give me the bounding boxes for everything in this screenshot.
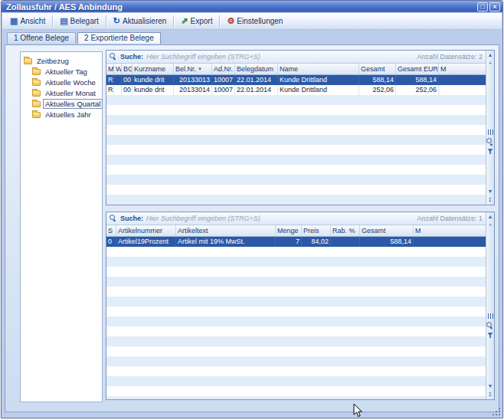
toolbar-button-belegart[interactable]: ▤Belegart [55, 15, 103, 28]
cell: Kunde Drittland [278, 85, 359, 95]
scroll-down-button[interactable]: ▼ [487, 189, 494, 195]
toolbar-button-ansicht[interactable]: ▦Ansicht [5, 15, 50, 28]
scroll-up-button[interactable]: ▲ [487, 214, 494, 220]
column-header-gesamt_eur[interactable]: Gesamt EUR [396, 64, 439, 74]
tree-item[interactable]: Aktueller Monat [31, 87, 100, 98]
column-header-s[interactable]: S [106, 225, 116, 236]
cell: 00 [122, 75, 133, 85]
toolbar-button-einstellungen[interactable]: ⚙Einstellungen [222, 15, 287, 28]
scroll-up-button[interactable]: ▲ [487, 52, 494, 58]
table-row[interactable]: R00kunde drit201330131000722.01.2014Kund… [106, 75, 486, 85]
column-header-belnr[interactable]: Bel.Nr.▼ [174, 64, 212, 74]
toolbar-button-label: Ansicht [20, 17, 45, 25]
search-label: Suche: [120, 215, 143, 222]
column-header-gesamt[interactable]: Gesamt [359, 64, 396, 74]
cell: 0 [106, 237, 116, 247]
scrollbar-track[interactable] [486, 157, 494, 186]
close-button[interactable]: × [489, 2, 500, 11]
tree-item-label: Zeitbezug [34, 56, 71, 66]
cell: 20133014 [174, 85, 212, 95]
cell [439, 85, 486, 95]
sort-indicator: ▼ [198, 67, 202, 71]
tree-item[interactable]: Aktueller Tag [31, 66, 100, 77]
tree-item[interactable]: Aktuelle Woche [31, 77, 100, 87]
tree-item-label: Aktuelles Jahr [43, 110, 93, 120]
column-header-gesamt[interactable]: Gesamt [360, 225, 414, 236]
filter-icon[interactable] [488, 149, 493, 154]
toolbar-button-label: Export [191, 17, 213, 25]
documents-grid-header: MWBGKurznameBel.Nr.▼Ad.Nr.BelegdatumName… [106, 64, 486, 75]
toolbar-button-export[interactable]: ⇗Export [176, 15, 217, 28]
columns-icon[interactable] [488, 313, 493, 319]
toolbar-button-aktualisieren[interactable]: ↻Aktualisieren [109, 15, 171, 28]
column-header-artikeltext[interactable]: Artikeltext [176, 225, 276, 236]
items-search-bar[interactable]: Suche: Hier Suchbegriff eingeben (STRG+S… [106, 212, 486, 225]
filter-icon[interactable] [488, 333, 493, 338]
cell [439, 75, 486, 85]
columns-icon[interactable] [488, 130, 493, 135]
column-header-menge[interactable]: Menge [276, 225, 302, 236]
items-grid-header: SArtikelnummerArtikeltextMengePreisRab. … [106, 225, 486, 237]
add-row-button[interactable]: + [487, 222, 494, 228]
column-header-artikelnummer[interactable]: Artikelnummer [116, 225, 176, 236]
refresh-icon: ↻ [113, 17, 120, 25]
scrollbar-track[interactable] [486, 341, 494, 381]
settings-icon: ⚙ [227, 17, 234, 25]
folder-icon [32, 90, 41, 97]
tab-offene-belege[interactable]: 1 Offene Belege [7, 32, 76, 44]
cell: Artikel19Prozent [116, 237, 176, 247]
documents-grid: Suche: Hier Suchbegriff eingeben (STRG+S… [106, 50, 495, 205]
scrollbar-track[interactable] [486, 231, 494, 310]
resize-grip[interactable] [491, 406, 501, 416]
cell: 84,02 [302, 237, 331, 247]
tab-exportierte-belege[interactable]: 2 Exportierte Belege [77, 32, 161, 44]
page: { "window": { "title": "Zollausfuhr / AE… [0, 0, 504, 420]
toolbar-separator [52, 15, 53, 27]
toolbar-separator [106, 15, 106, 27]
toolbar: ▦Ansicht▤Belegart↻Aktualisieren⇗Export⚙E… [2, 13, 502, 30]
documents-grid-rows: R00kunde drit201330131000722.01.2014Kund… [106, 75, 486, 205]
toolbar-button-label: Aktualisieren [123, 17, 166, 25]
folder-icon [32, 69, 41, 75]
column-header-w[interactable]: W [114, 64, 122, 74]
tree-item[interactable]: Aktuelles Jahr [31, 109, 100, 120]
search-input[interactable]: Hier Suchbegriff eingeben (STRG+S) [146, 215, 260, 222]
add-row-button[interactable]: + [487, 61, 494, 67]
scroll-end-button[interactable]: ↧ [487, 197, 494, 203]
search-icon[interactable] [486, 138, 494, 146]
table-row[interactable]: R00kunde drit201330141000722.01.2014Kund… [106, 85, 486, 95]
cell: 10007 [212, 85, 235, 95]
search-icon[interactable] [486, 322, 494, 330]
table-row[interactable]: 0Artikel19ProzentArtikel mit 19% MwSt.78… [106, 237, 486, 247]
cell: 252,06 [396, 85, 439, 95]
column-header-m[interactable]: M [414, 225, 486, 236]
column-header-bg[interactable]: BG [122, 64, 133, 74]
column-header-rab[interactable]: Rab. % [331, 225, 360, 236]
column-header-name[interactable]: Name [278, 64, 359, 74]
tree-item-root[interactable]: Zeitbezug [22, 55, 100, 66]
search-input[interactable]: Hier Suchbegriff eingeben (STRG+S) [146, 53, 260, 61]
items-grid-rows: 0Artikel19ProzentArtikel mit 19% MwSt.78… [106, 237, 486, 399]
tree-item[interactable]: Aktuelles Quartal [31, 98, 100, 109]
documents-grid-sidebar: ▲ + ▼ ↧ [486, 51, 494, 205]
scroll-down-button[interactable]: ▼ [487, 383, 494, 389]
column-header-belegdatum[interactable]: Belegdatum [235, 64, 278, 74]
search-icon [110, 215, 117, 222]
column-header-adnr[interactable]: Ad.Nr. [212, 64, 235, 74]
tree-item-label: Aktueller Monat [43, 88, 98, 98]
scroll-end-button[interactable]: ↧ [487, 392, 494, 398]
cell: R [106, 85, 114, 95]
cell: 20133013 [174, 75, 212, 85]
scrollbar-track[interactable] [486, 69, 494, 126]
column-header-preis[interactable]: Preis [302, 225, 331, 236]
cell: 7 [276, 237, 302, 247]
record-count: Anzahl Datensätze: 1 [417, 215, 483, 222]
documents-search-bar[interactable]: Suche: Hier Suchbegriff eingeben (STRG+S… [106, 51, 486, 64]
column-header-kurzname[interactable]: Kurzname [133, 64, 174, 74]
restore-button[interactable]: □ [477, 2, 488, 11]
titlebar[interactable]: Zollausfuhr / AES Anbindung □ × [2, 1, 502, 12]
column-header-m2[interactable]: M [439, 64, 486, 74]
column-header-m[interactable]: M [106, 64, 114, 74]
window-title: Zollausfuhr / AES Anbindung [6, 2, 123, 11]
documents-grid-main: Suche: Hier Suchbegriff eingeben (STRG+S… [106, 51, 486, 205]
